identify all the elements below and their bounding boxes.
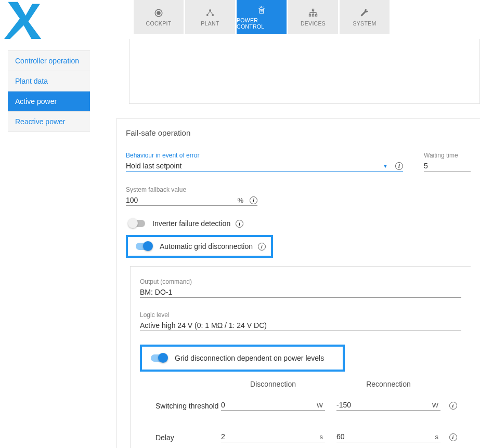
logo-icon — [4, 0, 43, 39]
auto-grid-toggle-row: Automatic grid disconnection i — [133, 242, 266, 251]
previous-card-footer — [129, 39, 480, 104]
waiting-time-input[interactable] — [424, 162, 480, 170]
row-label: Delay — [155, 433, 221, 442]
delay-disc-cell: s — [221, 432, 325, 442]
toggle-label: Automatic grid disconnection — [160, 242, 253, 251]
output-value[interactable]: BM: DO-1 — [140, 288, 461, 296]
top-nav: COCKPIT PLANT POWER CONTROL DEVICES SYST… — [134, 0, 391, 34]
info-icon[interactable]: i — [449, 402, 457, 410]
inverter-failure-toggle-row: Inverter failure detection i — [126, 219, 471, 228]
output-field: Output (command) BM: DO-1 — [140, 278, 461, 298]
threshold-row: Switching threshold W W i — [155, 401, 461, 411]
svg-rect-9 — [316, 15, 317, 16]
app-header: COCKPIT PLANT POWER CONTROL DEVICES SYST… — [0, 0, 480, 39]
fallback-input[interactable] — [126, 196, 237, 204]
tab-label: SYSTEM — [353, 20, 377, 27]
delay-reco-cell: s — [336, 432, 440, 442]
app-logo — [0, 0, 47, 39]
info-icon[interactable]: i — [449, 433, 457, 441]
svg-rect-6 — [313, 9, 314, 10]
target-icon — [153, 8, 164, 18]
threshold-table: Disconnection Reconnection Switching thr… — [140, 380, 461, 442]
inverter-failure-toggle[interactable] — [128, 220, 145, 227]
logic-level-field: Logic level Active high 24 V (0: 1 MΩ / … — [140, 311, 461, 331]
chevron-down-icon: ▼ — [383, 163, 388, 169]
tab-devices[interactable]: DEVICES — [288, 0, 338, 34]
tab-label: PLANT — [201, 20, 219, 27]
power-control-icon — [256, 5, 267, 15]
auto-grid-toggle[interactable] — [136, 243, 152, 250]
row-label: Switching threshold — [155, 402, 221, 410]
wrench-icon — [359, 8, 370, 18]
behaviour-select[interactable]: Hold last setpoint — [126, 162, 380, 170]
col-head-reconnection: Reconnection — [336, 380, 440, 388]
svg-point-1 — [157, 11, 160, 15]
grid-power-toggle-row: Grid disconnection dependent on power le… — [148, 354, 324, 362]
sidebar-item-active-power[interactable]: Active power — [8, 91, 90, 112]
delay-row: Delay s s i — [155, 432, 461, 442]
col-head-disconnection: Disconnection — [221, 380, 325, 388]
unit-label: % — [237, 196, 243, 204]
unit-label: W — [317, 401, 323, 409]
unit-label: s — [435, 433, 439, 441]
tab-system[interactable]: SYSTEM — [340, 0, 390, 34]
field-label: Logic level — [140, 311, 461, 319]
tab-label: POWER CONTROL — [237, 17, 287, 30]
nodes-icon — [205, 8, 215, 18]
toggle-label: Grid disconnection dependent on power le… — [175, 354, 324, 362]
threshold-reco-cell: W — [336, 401, 440, 411]
threshold-disc-input[interactable] — [221, 401, 317, 409]
sidebar-item-plant-data[interactable]: Plant data — [8, 71, 90, 91]
tab-cockpit[interactable]: COCKPIT — [134, 0, 184, 34]
threshold-disc-cell: W — [221, 401, 325, 411]
svg-rect-7 — [309, 15, 311, 16]
tab-label: DEVICES — [301, 20, 326, 27]
unit-label: W — [432, 401, 438, 409]
field-label: Waiting time — [424, 152, 471, 159]
tab-power-control[interactable]: POWER CONTROL — [237, 0, 287, 34]
sidebar-item-controller-operation[interactable]: Controller operation — [8, 50, 90, 71]
sidebar-item-reactive-power[interactable]: Reactive power — [8, 112, 90, 132]
toggle-label: Inverter failure detection — [152, 219, 230, 228]
auto-grid-highlight: Automatic grid disconnection i — [126, 235, 273, 258]
grid-disconnection-card: Output (command) BM: DO-1 Logic level Ac… — [130, 266, 471, 448]
grid-power-toggle[interactable] — [151, 354, 167, 362]
svg-rect-5 — [260, 9, 264, 14]
svg-rect-8 — [313, 15, 314, 16]
card-title: Fail-safe operation — [126, 128, 471, 137]
grid-power-highlight: Grid disconnection dependent on power le… — [140, 345, 345, 372]
delay-reco-input[interactable] — [336, 432, 435, 441]
field-label: System fallback value — [126, 186, 257, 193]
behaviour-field: Behaviour in event of error Hold last se… — [126, 152, 403, 172]
unit-label: s — [320, 433, 323, 441]
field-label: Behaviour in event of error — [126, 152, 403, 159]
fallback-field: System fallback value % i — [126, 186, 257, 206]
failsafe-card: Fail-safe operation Behaviour in event o… — [116, 118, 480, 448]
svg-point-2 — [209, 9, 211, 11]
hierarchy-icon — [308, 8, 318, 18]
info-icon[interactable]: i — [250, 196, 257, 204]
content-area: Fail-safe operation Behaviour in event o… — [98, 39, 480, 448]
info-icon[interactable]: i — [236, 220, 243, 228]
field-label: Output (command) — [140, 278, 461, 285]
threshold-reco-input[interactable] — [336, 401, 432, 409]
waiting-time-field: Waiting time — [424, 152, 471, 172]
tab-plant[interactable]: PLANT — [185, 0, 235, 34]
logic-level-value[interactable]: Active high 24 V (0: 1 MΩ / 1: 24 V DC) — [140, 321, 461, 330]
delay-disc-input[interactable] — [221, 432, 320, 441]
tab-label: COCKPIT — [146, 20, 172, 27]
info-icon[interactable]: i — [258, 243, 266, 251]
info-icon[interactable]: i — [395, 162, 403, 170]
sidebar: Controller operation Plant data Active p… — [0, 39, 98, 448]
